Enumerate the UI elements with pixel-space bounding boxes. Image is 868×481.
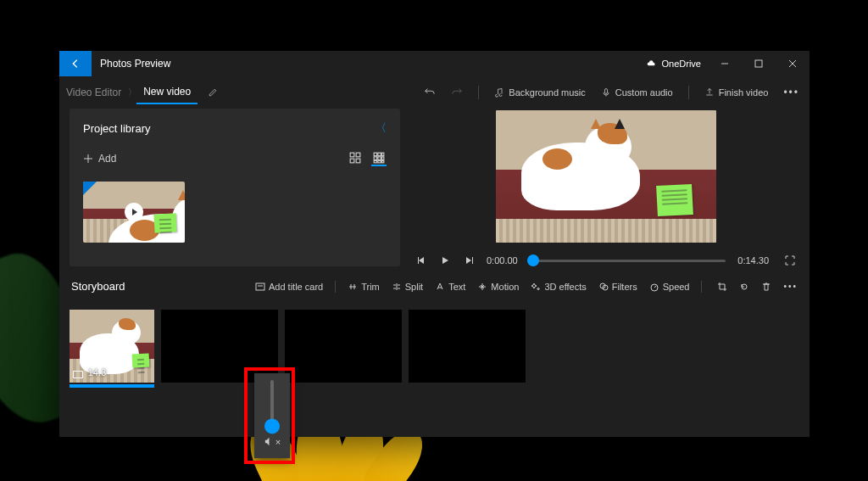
delete-button[interactable] <box>761 282 771 292</box>
storyboard-empty-slot[interactable] <box>161 310 278 383</box>
speed-button[interactable]: Speed <box>649 282 690 292</box>
project-library-panel: Project library 〈 Add <box>70 109 400 266</box>
library-title: Project library <box>83 122 150 135</box>
titlebar: Photos Preview OneDrive <box>59 51 810 76</box>
top-toolbar: Video Editor 〉 New video Background musi… <box>59 76 810 109</box>
storyboard-title: Storyboard <box>71 280 125 293</box>
rename-button[interactable] <box>208 87 218 98</box>
app-window: Photos Preview OneDrive Video Editor 〉 N… <box>59 51 810 437</box>
preview-panel: 0:00.00 0:14.30 <box>412 109 799 266</box>
svg-rect-3 <box>356 153 360 157</box>
split-icon <box>392 282 402 292</box>
player-timeline[interactable] <box>530 260 726 262</box>
player-controls: 0:00.00 0:14.30 <box>412 254 799 266</box>
storyboard-clip-1[interactable]: 14.3 <box>70 310 154 383</box>
aspect-icon <box>73 371 83 378</box>
more-button[interactable]: ••• <box>783 87 799 98</box>
svg-rect-15 <box>256 283 264 290</box>
collapse-library-button[interactable]: 〈 <box>376 120 387 136</box>
svg-rect-4 <box>350 159 354 163</box>
custom-audio-button[interactable]: Custom audio <box>601 87 673 98</box>
svg-rect-13 <box>378 161 381 163</box>
timeline-thumb[interactable] <box>527 254 539 266</box>
undo-button[interactable] <box>424 87 436 98</box>
finish-video-button[interactable]: Finish video <box>704 87 769 98</box>
close-button[interactable] <box>776 51 810 76</box>
video-preview[interactable] <box>496 110 716 243</box>
text-icon <box>435 282 445 292</box>
filters-icon <box>598 282 609 292</box>
svg-rect-6 <box>374 153 377 156</box>
rotate-button[interactable] <box>739 282 749 292</box>
storyboard-clips: 14.3 <box>70 310 799 383</box>
background-music-button[interactable]: Background music <box>494 87 586 98</box>
cloud-icon <box>647 59 657 69</box>
used-indicator-icon <box>83 182 97 195</box>
add-media-button[interactable]: Add <box>83 153 116 165</box>
breadcrumb-root[interactable]: Video Editor <box>59 87 128 98</box>
total-time: 0:14.30 <box>737 255 769 266</box>
separator <box>688 86 689 99</box>
motion-button[interactable]: Motion <box>477 282 519 292</box>
current-time: 0:00.00 <box>487 255 518 266</box>
split-button[interactable]: Split <box>392 282 423 292</box>
trim-icon <box>348 282 358 292</box>
onedrive-status[interactable]: OneDrive <box>647 59 701 69</box>
volume-slider[interactable] <box>270 380 274 429</box>
next-frame-button[interactable] <box>463 254 475 266</box>
svg-rect-0 <box>755 60 762 67</box>
plus-icon <box>83 154 93 164</box>
clip-duration: 14.3 <box>88 368 106 378</box>
speed-icon <box>649 282 659 292</box>
storyboard-empty-slot[interactable] <box>409 310 526 383</box>
grid-small-view[interactable] <box>348 151 363 166</box>
onedrive-label: OneDrive <box>662 59 701 69</box>
text-button[interactable]: Text <box>435 282 465 292</box>
storyboard-empty-slot[interactable] <box>285 310 402 383</box>
play-button[interactable] <box>439 254 451 266</box>
volume-slider-thumb[interactable] <box>264 418 280 433</box>
music-icon <box>494 87 504 98</box>
motion-icon <box>477 282 487 292</box>
storyboard-more-button[interactable]: ••• <box>783 282 798 292</box>
back-button[interactable] <box>59 51 92 76</box>
svg-rect-10 <box>378 157 381 160</box>
maximize-button[interactable] <box>742 51 776 76</box>
svg-rect-2 <box>350 153 354 157</box>
export-icon <box>704 87 715 98</box>
grid-large-view[interactable] <box>371 151 387 166</box>
fullscreen-button[interactable] <box>784 254 796 266</box>
minimize-button[interactable] <box>708 51 742 76</box>
svg-rect-12 <box>374 161 377 163</box>
mic-icon <box>601 87 611 98</box>
chevron-right-icon: 〉 <box>128 87 136 98</box>
3d-effects-button[interactable]: 3D effects <box>531 282 586 292</box>
svg-rect-14 <box>382 161 384 163</box>
svg-rect-7 <box>378 153 381 156</box>
library-clip-thumbnail[interactable] <box>83 182 185 243</box>
title-card-icon <box>255 282 265 292</box>
trim-button[interactable]: Trim <box>348 282 380 292</box>
crop-button[interactable] <box>717 282 727 292</box>
redo-button[interactable] <box>451 87 463 98</box>
app-title: Photos Preview <box>100 58 170 70</box>
speaker-icon <box>264 436 275 447</box>
filters-button[interactable]: Filters <box>598 282 637 292</box>
svg-rect-11 <box>382 157 384 160</box>
svg-rect-8 <box>382 153 384 156</box>
prev-frame-button[interactable] <box>415 254 427 266</box>
add-title-card-button[interactable]: Add title card <box>255 282 323 292</box>
svg-rect-5 <box>356 159 360 163</box>
svg-rect-1 <box>604 89 607 94</box>
storyboard-toolbar: Storyboard Add title card Trim Split Tex… <box>70 280 799 293</box>
separator <box>478 86 479 99</box>
mute-button[interactable]: × <box>264 436 281 447</box>
clip-selected-indicator <box>70 384 154 388</box>
breadcrumb-current[interactable]: New video <box>136 81 198 104</box>
sparkle-icon <box>531 282 541 292</box>
play-overlay-icon <box>125 203 143 221</box>
svg-rect-9 <box>374 157 377 160</box>
clip-volume-popup: × <box>254 373 290 458</box>
